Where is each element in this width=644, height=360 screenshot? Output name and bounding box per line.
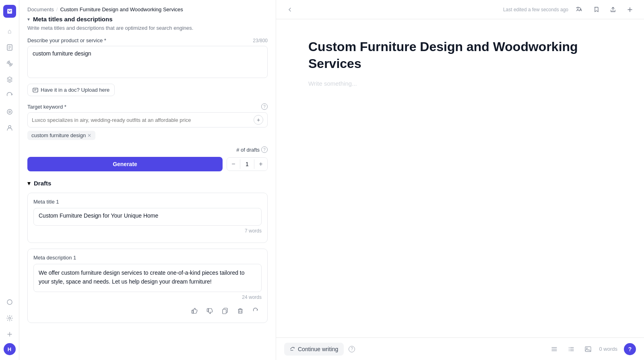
breadcrumb-current: Custom Furniture Design and Woodworking … bbox=[60, 6, 183, 12]
draft-card-1: Meta title 1 Custom Furniture Design for… bbox=[27, 193, 268, 243]
continue-writing-button[interactable]: Continue writing bbox=[284, 343, 344, 356]
generate-row: Generate − 1 + bbox=[27, 157, 268, 171]
breadcrumb: Documents / Custom Furniture Design and … bbox=[19, 0, 276, 16]
svg-rect-20 bbox=[223, 309, 226, 314]
last-edited: Last edited a few seconds ago bbox=[503, 7, 568, 12]
drafts-stepper: − 1 + bbox=[227, 157, 268, 171]
sidebar-item-circle[interactable] bbox=[2, 295, 17, 309]
stepper-value: 1 bbox=[240, 159, 254, 169]
keyword-tag-label: custom furniture design bbox=[31, 132, 86, 138]
keyword-label-text: Target keyword * bbox=[27, 104, 66, 110]
draft-card-2-content[interactable]: We offer custom furniture design service… bbox=[33, 264, 262, 292]
thumbs-up-button[interactable] bbox=[188, 305, 200, 317]
svg-point-9 bbox=[8, 317, 10, 319]
doc-placeholder: Write something... bbox=[308, 80, 612, 87]
keyword-add-button[interactable]: + bbox=[254, 115, 263, 125]
sidebar-item-document[interactable] bbox=[2, 40, 17, 55]
list-icon[interactable] bbox=[548, 343, 560, 355]
drafts-count-row: # of drafts ? bbox=[27, 146, 268, 153]
drafts-section-title: Drafts bbox=[34, 180, 51, 187]
sidebar-item-add[interactable] bbox=[2, 327, 17, 341]
draft-card-1-label: Meta title 1 bbox=[33, 199, 262, 205]
keyword-tag-remove[interactable]: ✕ bbox=[87, 133, 91, 138]
draft-card-2-word-count: 24 words bbox=[33, 294, 262, 300]
sidebar-item-settings[interactable] bbox=[2, 311, 17, 325]
thumbs-down-button[interactable] bbox=[204, 305, 216, 317]
editor-area[interactable]: Custom Furniture Design and Woodworking … bbox=[276, 19, 644, 337]
delete-button[interactable] bbox=[234, 305, 246, 317]
word-count: 0 words bbox=[599, 346, 617, 352]
right-header-left bbox=[284, 4, 295, 15]
add-button[interactable] bbox=[624, 4, 636, 16]
bottom-right: 0 words ? bbox=[548, 343, 636, 355]
stepper-decrement[interactable]: − bbox=[227, 158, 240, 171]
svg-point-5 bbox=[7, 109, 12, 114]
upload-label: Have it in a doc? Upload here bbox=[41, 87, 109, 93]
product-textarea[interactable]: custom furniture design bbox=[27, 46, 268, 78]
product-required: * bbox=[104, 37, 106, 43]
continue-writing-info-icon[interactable]: ? bbox=[349, 346, 355, 352]
draft-card-1-word-count: 7 words bbox=[33, 228, 262, 234]
panel-content: ▾ Meta titles and descriptions Write met… bbox=[19, 16, 276, 337]
keyword-input-row: + bbox=[27, 112, 268, 128]
image-icon[interactable] bbox=[582, 343, 594, 355]
stepper-increment[interactable]: + bbox=[254, 158, 267, 171]
draft-card-2: Meta description 1 We offer custom furni… bbox=[27, 249, 268, 323]
sidebar-item-home[interactable]: ⌂ bbox=[2, 24, 17, 39]
refresh-draft-button[interactable] bbox=[250, 305, 262, 317]
product-label-text: Describe your product or service * bbox=[27, 37, 106, 43]
help-button[interactable]: ? bbox=[624, 343, 636, 355]
svg-point-29 bbox=[569, 349, 570, 350]
svg-point-7 bbox=[8, 125, 11, 128]
share-button[interactable] bbox=[607, 4, 619, 16]
section-header[interactable]: ▾ Meta titles and descriptions bbox=[27, 16, 268, 23]
section-title: Meta titles and descriptions bbox=[33, 16, 113, 23]
sidebar-item-chat[interactable] bbox=[2, 105, 17, 119]
breadcrumb-separator: / bbox=[56, 6, 58, 12]
sidebar-item-layers[interactable] bbox=[2, 72, 17, 87]
upload-button[interactable]: Have it in a doc? Upload here bbox=[27, 84, 115, 96]
breadcrumb-parent[interactable]: Documents bbox=[27, 6, 54, 12]
bottom-bar: Continue writing ? 0 words ? bbox=[276, 337, 644, 360]
svg-point-28 bbox=[569, 347, 570, 348]
user-avatar[interactable]: H bbox=[4, 343, 16, 355]
bookmark-button[interactable] bbox=[590, 4, 602, 16]
svg-rect-21 bbox=[239, 309, 242, 313]
svg-point-4 bbox=[9, 63, 10, 64]
keyword-input[interactable] bbox=[32, 117, 251, 123]
svg-point-8 bbox=[7, 300, 12, 304]
draft-card-1-content[interactable]: Custom Furniture Design for Your Unique … bbox=[33, 208, 262, 226]
svg-rect-17 bbox=[192, 310, 194, 313]
continue-writing-label: Continue writing bbox=[298, 346, 338, 352]
generate-button[interactable]: Generate bbox=[27, 157, 223, 171]
svg-rect-18 bbox=[207, 309, 209, 312]
sidebar-item-user[interactable] bbox=[2, 121, 17, 135]
draft-card-2-actions bbox=[33, 303, 262, 317]
product-field-label: Describe your product or service * 23/80… bbox=[27, 37, 268, 43]
bullet-list-icon[interactable] bbox=[565, 343, 577, 355]
doc-title: Custom Furniture Design and Woodworking … bbox=[308, 39, 612, 72]
svg-point-30 bbox=[569, 350, 570, 351]
sidebar-item-broadcast[interactable] bbox=[2, 56, 17, 71]
svg-point-35 bbox=[586, 348, 588, 349]
keyword-section: Target keyword * ? + custom furniture de… bbox=[27, 103, 268, 140]
sidebar-item-refresh[interactable] bbox=[2, 88, 17, 103]
left-panel: Documents / Custom Furniture Design and … bbox=[19, 0, 276, 360]
drafts-chevron-icon: ▾ bbox=[27, 179, 31, 187]
drafts-section-header[interactable]: ▾ Drafts bbox=[27, 179, 268, 187]
char-count: 23/800 bbox=[253, 38, 268, 43]
drafts-count-info-icon[interactable]: ? bbox=[261, 146, 268, 153]
right-header-right: Last edited a few seconds ago bbox=[503, 4, 636, 16]
draft-card-2-label: Meta description 1 bbox=[33, 255, 262, 261]
right-panel: Last edited a few seconds ago Custom Fur… bbox=[276, 0, 644, 360]
section-subtitle: Write meta titles and descriptions that … bbox=[27, 25, 268, 31]
section-chevron-icon: ▾ bbox=[27, 16, 30, 22]
sidebar-bottom: H bbox=[2, 295, 17, 355]
collapse-panel-button[interactable] bbox=[284, 4, 295, 15]
sidebar-logo[interactable] bbox=[3, 5, 16, 18]
sidebar: ⌂ H bbox=[0, 0, 19, 360]
copy-button[interactable] bbox=[219, 305, 231, 317]
svg-point-6 bbox=[9, 111, 10, 113]
keyword-info-icon[interactable]: ? bbox=[261, 103, 268, 110]
translate-button[interactable] bbox=[573, 4, 585, 16]
